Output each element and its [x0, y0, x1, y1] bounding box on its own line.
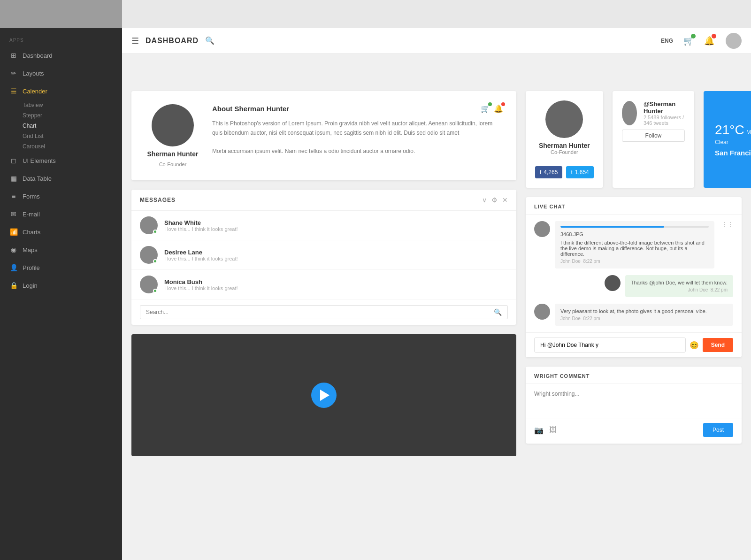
avatar: [152, 104, 194, 146]
chat-avatar-2: [605, 275, 621, 291]
cart-header-icon[interactable]: 🛒: [481, 104, 490, 113]
sidebar-item-ui-elements[interactable]: ◻ UI Elements: [0, 152, 122, 169]
sidebar-item-profile[interactable]: 👤 Profile: [0, 259, 122, 276]
cart-dot: [488, 102, 492, 106]
sidebar-sub-gridlist[interactable]: Grid List: [0, 131, 122, 141]
messages-settings-icon[interactable]: ⚙: [491, 196, 498, 204]
live-chat-card: LIVE CHAT 3468.JPG I think t: [526, 197, 742, 357]
messages-search-input[interactable]: [146, 309, 494, 315]
comment-textarea[interactable]: [526, 384, 742, 417]
email-icon: ✉: [9, 210, 18, 218]
left-column: Sherman Hunter Co-Founder About Sherman …: [131, 91, 516, 551]
image-icon[interactable]: 🖼: [549, 426, 557, 435]
search-submit-icon[interactable]: 🔍: [494, 308, 502, 316]
page-title: DASHBOARD: [146, 37, 199, 45]
messages-collapse-icon[interactable]: ∨: [482, 196, 487, 204]
sidebar-item-email[interactable]: ✉ E-mail: [0, 205, 122, 223]
social-name: Sherman Hunter: [539, 142, 590, 149]
apps-label: APPS: [0, 28, 122, 46]
charts-icon: 📶: [9, 228, 18, 236]
sidebar-item-charts[interactable]: 📶 Charts: [0, 223, 122, 241]
profile-header-icons: 🛒 🔔: [481, 104, 503, 113]
layouts-icon: ✏: [9, 69, 18, 77]
message-text-3: I love this... I think it looks great!: [164, 285, 508, 291]
social-buttons: f 4,265 t 1,654: [535, 166, 594, 178]
sidebar-sub-carousel[interactable]: Carousel: [0, 141, 122, 152]
post-button[interactable]: Post: [703, 423, 733, 437]
twitter-avatar: [622, 101, 637, 125]
cart-button[interactable]: 🛒: [683, 36, 694, 46]
twitter-icon: t: [571, 169, 572, 176]
chat-options-icon-1[interactable]: ⋮⋮: [722, 221, 733, 228]
chat-time-3: 8:22 pm: [583, 316, 600, 321]
send-button[interactable]: Send: [703, 338, 733, 352]
social-profile-card: Sherman Hunter Co-Founder f 4,265 t: [526, 91, 603, 188]
bell-header-icon[interactable]: 🔔: [494, 104, 503, 113]
sidebar-label-forms: Forms: [23, 193, 40, 200]
messages-search: 🔍: [131, 299, 516, 325]
twitter-follow-card: @Sherman Hunter 2,5489 followers / 346 t…: [613, 91, 694, 188]
twitter-button[interactable]: t 1,654: [566, 166, 593, 178]
sidebar-item-maps[interactable]: ◉ Maps: [0, 241, 122, 259]
sidebar-item-forms[interactable]: ≡ Forms: [0, 187, 122, 205]
emoji-icon[interactable]: 😊: [690, 341, 699, 350]
facebook-button[interactable]: f 4,265: [535, 166, 562, 178]
sidebar-sub-tabview[interactable]: Tabview: [0, 100, 122, 110]
follow-button[interactable]: Follow: [622, 130, 685, 142]
message-text-1: I love this... I think it looks great!: [164, 226, 508, 232]
chat-text-2: Thanks @john Doe, we will let them know.: [631, 280, 728, 285]
sidebar-label-calender: Calender: [23, 88, 47, 95]
chat-text-1: I think the different above-the-fold ima…: [560, 240, 709, 257]
weather-card: 21°C Mostly Clear ☀ San Francisco, CA: [704, 91, 751, 188]
right-column: Sherman Hunter Co-Founder f 4,265 t: [526, 91, 742, 551]
search-icon[interactable]: 🔍: [205, 36, 215, 45]
message-item-3: Monica Bush I love this... I think it lo…: [131, 270, 516, 299]
bell-dot: [501, 102, 505, 106]
message-name-3: Monica Bush: [164, 278, 508, 285]
messages-title: MESSAGES: [140, 197, 482, 203]
sidebar-label-dashboard: Dashboard: [23, 52, 53, 59]
message-name-2: Desiree Lane: [164, 249, 508, 256]
message-text-2: I love this... I think it looks great!: [164, 256, 508, 261]
sidebar-item-dashboard[interactable]: ⊞ Dashboard: [0, 46, 122, 64]
notifications-button[interactable]: 🔔: [704, 36, 714, 46]
search-field-wrapper: 🔍: [140, 305, 508, 319]
language-selector[interactable]: ENG: [661, 38, 673, 44]
sidebar-item-login[interactable]: 🔒 Login: [0, 276, 122, 294]
about-title: About Sherman Hunter: [212, 105, 289, 113]
messages-close-icon[interactable]: ✕: [502, 196, 508, 204]
twitter-count: 1,654: [575, 169, 589, 176]
sidebar-label-data-table: Data Table: [23, 175, 52, 182]
live-chat-title: LIVE CHAT: [526, 197, 742, 215]
attachment-progress: [560, 226, 664, 228]
temperature: 21°C: [715, 123, 744, 137]
chat-avatar-1: [534, 221, 550, 237]
message-avatar-2: [140, 246, 158, 264]
menu-toggle-icon[interactable]: ☰: [131, 36, 139, 46]
profile-role: Co-Founder: [159, 161, 187, 167]
sidebar-sub-chart[interactable]: Chart: [0, 121, 122, 131]
sidebar-sub-stepper[interactable]: Stepper: [0, 110, 122, 121]
right-top-row: Sherman Hunter Co-Founder f 4,265 t: [526, 91, 742, 188]
sidebar-label-login: Login: [23, 282, 38, 289]
sidebar-item-data-table[interactable]: ▦ Data Table: [0, 169, 122, 187]
profile-avatar-section: Sherman Hunter Co-Founder: [145, 104, 201, 167]
message-item-2: Desiree Lane I love this... I think it l…: [131, 240, 516, 270]
sidebar-item-layouts[interactable]: ✏ Layouts: [0, 64, 122, 82]
chat-bubble-2: Thanks @john Doe, we will let them know.…: [625, 275, 733, 297]
user-avatar[interactable]: [726, 33, 742, 49]
profile-name: Sherman Hunter: [147, 150, 199, 158]
chat-meta-2: John Doe 8:22 pm: [631, 287, 728, 292]
twitter-stats: 2,5489 followers / 346 tweets: [644, 115, 685, 126]
online-dot-3: [153, 289, 157, 293]
chat-input[interactable]: [534, 338, 686, 353]
sidebar-label-layouts: Layouts: [23, 70, 44, 77]
sidebar-item-calender[interactable]: ☰ Calender: [0, 82, 122, 100]
video-play-button[interactable]: [311, 383, 337, 408]
comment-footer-icons: 📷 🖼: [534, 426, 557, 435]
twitter-info: @Sherman Hunter 2,5489 followers / 346 t…: [644, 100, 685, 126]
message-avatar-1: [140, 216, 158, 234]
chat-bubble-1: 3468.JPG I think the different above-the…: [555, 221, 714, 268]
camera-icon[interactable]: 📷: [534, 426, 544, 435]
twitter-handle: @Sherman Hunter: [644, 100, 685, 115]
